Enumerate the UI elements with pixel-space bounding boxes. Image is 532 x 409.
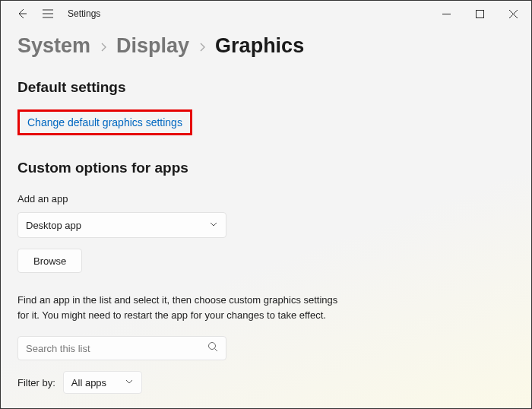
custom-options-heading: Custom options for apps (17, 160, 515, 176)
filter-value: All apps (71, 377, 106, 388)
menu-icon[interactable] (42, 8, 54, 20)
breadcrumb-current: Graphics (215, 34, 304, 58)
maximize-button[interactable] (463, 1, 496, 27)
browse-button-label: Browse (33, 255, 66, 267)
close-button[interactable] (496, 1, 530, 27)
breadcrumb-system[interactable]: System (17, 34, 90, 58)
browse-button[interactable]: Browse (17, 249, 82, 273)
breadcrumb-display[interactable]: Display (116, 34, 189, 58)
search-list-field[interactable] (26, 343, 207, 354)
back-icon[interactable] (16, 8, 28, 20)
breadcrumb: System Display Graphics (17, 34, 515, 58)
search-list-input[interactable] (17, 336, 226, 360)
filter-by-label: Filter by: (17, 377, 55, 388)
svg-rect-0 (476, 10, 483, 17)
minimize-button[interactable] (429, 1, 463, 27)
app-type-select[interactable]: Desktop app (17, 212, 226, 238)
chevron-right-icon (100, 38, 107, 55)
svg-point-1 (209, 343, 216, 350)
add-app-label: Add an app (17, 193, 515, 204)
chevron-down-icon (125, 377, 134, 388)
default-settings-heading: Default settings (17, 79, 515, 96)
window-title: Settings (68, 8, 100, 19)
titlebar: Settings (1, 1, 531, 27)
chevron-right-icon (198, 38, 206, 55)
filter-select[interactable]: All apps (63, 371, 142, 394)
search-icon (207, 341, 218, 355)
change-default-graphics-link[interactable]: Change default graphics settings (17, 109, 192, 135)
chevron-down-icon (209, 220, 218, 231)
instructions-text: Find an app in the list and select it, t… (17, 293, 344, 322)
app-type-value: Desktop app (26, 220, 81, 231)
